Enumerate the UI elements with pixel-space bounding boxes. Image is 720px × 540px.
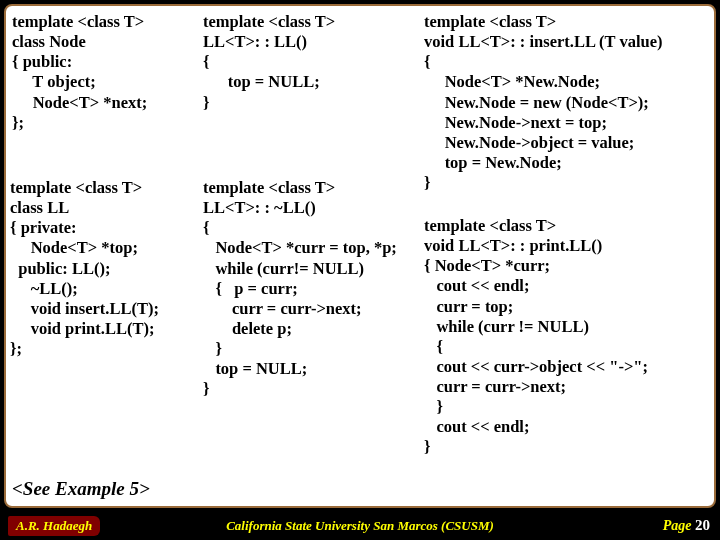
code-block-node-class: template <class T> class Node { public: … [12,12,147,133]
code-block-print: template <class T> void LL<T>: : print.L… [424,216,648,458]
footer-university: California State University San Marcos (… [226,518,494,534]
footer-page: Page 20 [663,517,710,534]
slide: template <class T> class Node { public: … [0,0,720,540]
code-block-ll-ctor: template <class T> LL<T>: : LL() { top =… [203,12,335,113]
code-block-insert: template <class T> void LL<T>: : insert.… [424,12,663,193]
footer: A.R. Hadaegh California State University… [4,512,716,536]
code-block-ll-dtor: template <class T> LL<T>: : ~LL() { Node… [203,178,397,399]
code-block-ll-class: template <class T> class LL { private: N… [10,178,159,359]
see-example-note: <See Example 5> [12,478,150,500]
content-area: template <class T> class Node { public: … [4,4,716,508]
footer-page-number: 20 [695,517,710,533]
footer-page-label: Page [663,518,695,533]
footer-author: A.R. Hadaegh [8,516,100,536]
